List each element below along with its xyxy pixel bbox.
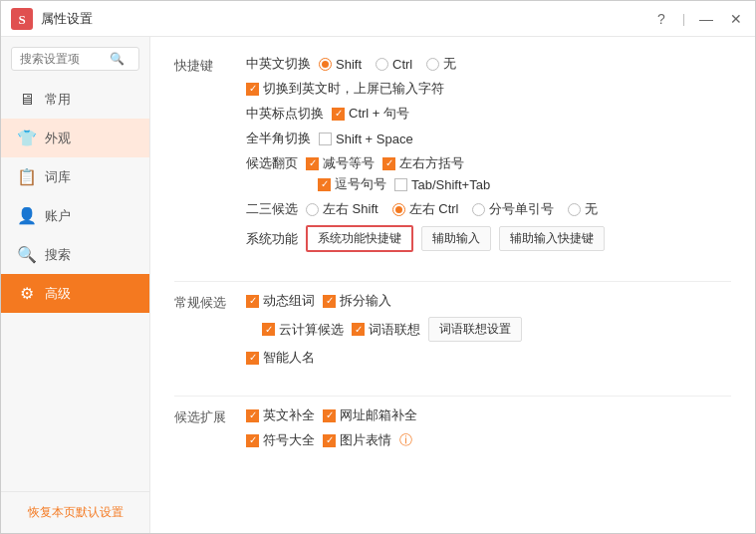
two-three-lr-ctrl-circle [392, 203, 405, 216]
general-candidate-body: 动态组词 拆分输入 云计算候选 [246, 292, 731, 374]
two-three-single-quote[interactable]: 分号单引号 [472, 200, 554, 218]
shortcut-section-body: 中英文切换 Shift Ctrl [246, 55, 731, 259]
emoji-help-icon[interactable]: ⓘ [399, 431, 412, 449]
candidate-page-box1 [306, 157, 319, 170]
candidate-page-text4: Tab/Shift+Tab [411, 177, 490, 192]
dynamic-word-box [246, 295, 259, 308]
content-area: 快捷键 中英文切换 Shift [150, 37, 755, 533]
app-logo: S [11, 8, 33, 30]
cn-en-punct-row: 中英标点切换 Ctrl + 句号 [246, 105, 731, 123]
sidebar-item-lexicon[interactable]: 📋 词库 [1, 157, 149, 196]
aux-input-button[interactable]: 辅助输入 [421, 226, 491, 251]
candidate-page-text1: 减号等号 [323, 154, 375, 172]
url-email-label: 网址邮箱补全 [340, 406, 417, 424]
radio-none[interactable]: 无 [426, 55, 456, 73]
dynamic-word-label: 动态组词 [263, 292, 315, 310]
smart-name-item[interactable]: 智能人名 [246, 349, 315, 367]
candidate-page-item3[interactable]: 逗号句号 [318, 175, 386, 193]
cn-en-punct-box [332, 108, 345, 121]
dynamic-word-item[interactable]: 动态组词 [246, 292, 315, 310]
two-three-none[interactable]: 无 [568, 200, 598, 218]
aux-input-shortcut-button[interactable]: 辅助输入快捷键 [499, 226, 605, 251]
sidebar-item-normal[interactable]: 🖥 常用 [1, 81, 149, 119]
lexicon-icon: 📋 [17, 167, 37, 186]
search-input[interactable] [20, 52, 110, 66]
sidebar-item-advanced[interactable]: ⚙ 高级 [1, 274, 149, 313]
full-half-checkbox[interactable]: Shift + Space [319, 132, 413, 146]
candidate-expand-label: 候选扩展 [174, 406, 246, 426]
search-icon: 🔍 [110, 52, 125, 66]
search-nav-icon: 🔍 [17, 245, 37, 264]
close-button[interactable]: ✕ [727, 11, 745, 27]
url-email-item[interactable]: 网址邮箱补全 [323, 406, 417, 424]
two-three-lr-shift-label: 左右 Shift [323, 200, 378, 218]
candidate-expand-row1: 英文补全 网址邮箱补全 [246, 406, 731, 424]
word-assoc-settings-button[interactable]: 词语联想设置 [428, 317, 522, 342]
emoji-item[interactable]: 图片表情 [323, 431, 391, 449]
candidate-page-box4 [394, 178, 407, 191]
radio-none-label: 无 [443, 55, 456, 73]
window-title: 属性设置 [41, 10, 652, 28]
en-complete-item[interactable]: 英文补全 [246, 406, 315, 424]
word-assoc-item[interactable]: 词语联想 [352, 321, 420, 339]
sidebar-item-appearance[interactable]: 👕 外观 [1, 119, 149, 157]
settings-window: S 属性设置 ? | — ✕ 🔍 🖥 常用 👕 外观 [0, 0, 756, 534]
url-email-box [323, 409, 336, 422]
two-three-none-circle [568, 203, 581, 216]
two-three-options: 左右 Shift 左右 Ctrl 分号单引号 [306, 200, 598, 218]
en-complete-label: 英文补全 [263, 406, 315, 424]
main-content: 🔍 🖥 常用 👕 外观 📋 词库 👤 账户 🔍 搜索 [1, 37, 755, 533]
full-half-label: 全半角切换 [246, 130, 311, 147]
full-half-box [319, 133, 332, 145]
candidate-page-box2 [382, 157, 395, 170]
split-input-item[interactable]: 拆分输入 [323, 292, 391, 310]
sidebar-item-normal-label: 常用 [45, 91, 71, 109]
sidebar-item-appearance-label: 外观 [45, 130, 71, 147]
candidate-page-item2[interactable]: 左右方括号 [382, 154, 464, 172]
switch-hint-checkbox[interactable]: 切换到英文时，上屏已输入字符 [246, 80, 444, 98]
general-candidate-row1: 动态组词 拆分输入 [246, 292, 731, 310]
candidate-page-item4[interactable]: Tab/Shift+Tab [394, 177, 490, 192]
restore-defaults-button[interactable]: 恢复本页默认设置 [1, 491, 149, 533]
general-candidate-label: 常规候选 [174, 292, 246, 312]
two-three-lr-shift-circle [306, 203, 319, 216]
smart-name-label: 智能人名 [263, 349, 315, 367]
sidebar-item-account[interactable]: 👤 账户 [1, 196, 149, 235]
sys-func-label: 系统功能 [246, 230, 298, 248]
sidebar: 🔍 🖥 常用 👕 外观 📋 词库 👤 账户 🔍 搜索 [1, 37, 150, 533]
en-complete-box [246, 409, 259, 422]
emoji-box [323, 434, 336, 447]
two-three-lr-shift[interactable]: 左右 Shift [306, 200, 378, 218]
candidate-page-box3 [318, 178, 331, 191]
help-button[interactable]: ? [652, 11, 670, 27]
window-controls: ? | — ✕ [652, 11, 745, 27]
cloud-calc-item[interactable]: 云计算候选 [262, 321, 344, 339]
word-assoc-label: 词语联想 [369, 321, 420, 339]
two-three-none-label: 无 [585, 200, 598, 218]
cn-en-switch-options: Shift Ctrl 无 [319, 55, 456, 73]
general-candidate-row2: 云计算候选 词语联想 词语联想设置 [262, 317, 731, 342]
search-box[interactable]: 🔍 [11, 47, 139, 71]
radio-shift[interactable]: Shift [319, 57, 362, 72]
cn-en-punct-checkbox[interactable]: Ctrl + 句号 [332, 105, 409, 123]
radio-shift-circle [319, 58, 332, 71]
sys-func-shortcut-button[interactable]: 系统功能快捷键 [306, 225, 413, 252]
radio-ctrl-label: Ctrl [392, 57, 412, 72]
sidebar-item-search-label: 搜索 [45, 246, 71, 264]
symbol-all-label: 符号大全 [263, 431, 315, 449]
candidate-page-label: 候选翻页 [246, 154, 298, 172]
candidate-page-item1[interactable]: 减号等号 [306, 154, 375, 172]
cloud-calc-box [262, 323, 275, 336]
full-half-text: Shift + Space [336, 132, 413, 146]
two-three-lr-ctrl[interactable]: 左右 Ctrl [392, 200, 459, 218]
symbol-all-item[interactable]: 符号大全 [246, 431, 315, 449]
two-three-row: 二三候选 左右 Shift 左右 Ctrl [246, 200, 731, 218]
minimize-button[interactable]: — [697, 11, 715, 27]
cn-en-punct-label: 中英标点切换 [246, 105, 324, 123]
advanced-icon: ⚙ [17, 284, 37, 303]
sidebar-item-search[interactable]: 🔍 搜索 [1, 235, 149, 274]
radio-ctrl[interactable]: Ctrl [376, 57, 412, 72]
radio-none-circle [426, 58, 439, 71]
cloud-calc-label: 云计算候选 [279, 321, 344, 339]
divider1 [174, 281, 731, 282]
